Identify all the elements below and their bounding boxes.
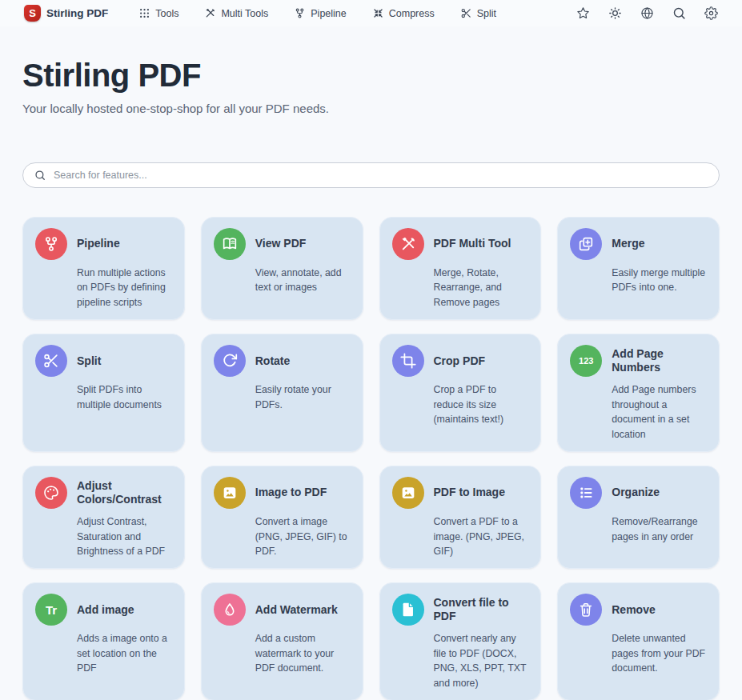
feature-card-title: Pipeline	[77, 237, 172, 251]
feature-card-title: PDF Multi Tool	[434, 237, 529, 251]
card-organize[interactable]: Organize Remove/Rearrange pages in any o…	[557, 466, 720, 569]
card-split[interactable]: Split Split PDFs into multiple documents	[22, 334, 185, 452]
feature-card-title: Split	[77, 354, 172, 369]
apps-grid-icon	[138, 7, 150, 19]
feature-card-description: Split PDFs into multiple documents	[77, 382, 172, 412]
nav-item-compress[interactable]: Compress	[372, 7, 435, 19]
feature-card-title: Remove	[612, 603, 707, 618]
feature-card-description: Easily merge multiple PDFs into one.	[612, 266, 707, 295]
feature-search-bar[interactable]	[22, 162, 720, 188]
text-tr-icon: Tr	[35, 594, 67, 626]
card-view-pdf[interactable]: View PDF View, annotate, add text or ima…	[201, 217, 363, 320]
favourites-star-icon[interactable]	[576, 6, 590, 20]
card-remove[interactable]: Remove Delete unwanted pages from your P…	[557, 582, 720, 700]
search-icon[interactable]	[672, 6, 686, 20]
scissors-icon	[460, 7, 472, 19]
feature-card-description: Convert a image (PNG, JPEG, GIF) to PDF.	[255, 514, 351, 558]
feature-card-description: Easily rotate your PDFs.	[255, 382, 351, 412]
crop-icon	[392, 345, 424, 377]
card-add-page-numbers[interactable]: 123 Add Page Numbers Add Page numbers th…	[557, 334, 720, 452]
hammer-wrench-icon	[392, 228, 424, 260]
nav-item-label: Compress	[389, 8, 435, 19]
pipeline-icon	[294, 7, 306, 19]
droplet-icon	[214, 594, 246, 626]
hammer-wrench-icon	[204, 7, 216, 19]
pipeline-icon	[35, 228, 67, 260]
nav-item-tools[interactable]: Tools	[138, 7, 178, 19]
feature-card-description: View, annotate, add text or images	[255, 266, 351, 295]
feature-card-description: Run multiple actions on PDFs by defining…	[77, 266, 172, 310]
feature-card-title: Crop PDF	[434, 354, 529, 369]
feature-card-description: Merge, Rotate, Rearrange, and Remove pag…	[434, 266, 529, 310]
file-icon	[392, 594, 424, 626]
nav-item-label: Tools	[155, 8, 178, 19]
card-pipeline[interactable]: Pipeline Run multiple actions on PDFs by…	[22, 217, 185, 320]
feature-card-description: Convert a PDF to a image. (PNG, JPEG, GI…	[434, 514, 529, 558]
brand-name: Stirling PDF	[46, 7, 108, 19]
card-add-watermark[interactable]: Add Watermark Add a custom watermark to …	[201, 582, 363, 700]
feature-search-input[interactable]	[54, 170, 708, 181]
rotate-icon	[214, 345, 246, 377]
feature-card-title: Image to PDF	[255, 486, 351, 500]
card-merge[interactable]: Merge Easily merge multiple PDFs into on…	[557, 217, 720, 320]
list-icon	[570, 477, 602, 509]
card-pdf-multi-tool[interactable]: PDF Multi Tool Merge, Rotate, Rearrange,…	[379, 217, 542, 320]
nav-item-label: Multi Tools	[221, 8, 268, 19]
feature-card-title: Adjust Colors/Contrast	[77, 479, 172, 507]
card-pdf-to-image[interactable]: PDF to Image Convert a PDF to a image. (…	[379, 466, 542, 569]
card-add-image[interactable]: Tr Add image Adds a image onto a set loc…	[22, 582, 185, 700]
feature-card-description: Adds a image onto a set location on the …	[77, 631, 172, 675]
theme-sun-icon[interactable]	[608, 6, 622, 20]
stirling-logo-icon: S	[24, 5, 41, 22]
language-globe-icon[interactable]	[640, 6, 654, 20]
nav-item-split[interactable]: Split	[460, 7, 496, 19]
feature-card-title: Convert file to PDF	[434, 596, 529, 624]
feature-card-title: View PDF	[255, 237, 351, 251]
numbers-123-icon: 123	[570, 345, 602, 377]
feature-card-title: Rotate	[255, 354, 351, 369]
feature-card-title: Merge	[612, 237, 707, 251]
settings-gear-icon[interactable]	[704, 6, 718, 20]
feature-card-description: Add Page numbers throughout a document i…	[612, 382, 707, 442]
feature-card-title: Add image	[77, 603, 172, 618]
page-subtitle: Your locally hosted one-stop-shop for al…	[22, 102, 720, 115]
image-icon	[392, 477, 424, 509]
feature-card-description: Convert nearly any file to PDF (DOCX, PN…	[434, 631, 529, 690]
card-image-to-pdf[interactable]: Image to PDF Convert a image (PNG, JPEG,…	[201, 466, 363, 569]
nav-item-multi-tools[interactable]: Multi Tools	[204, 7, 268, 19]
feature-card-description: Adjust Contrast, Saturation and Brightne…	[77, 514, 172, 558]
feature-card-description: Delete unwanted pages from your PDF docu…	[612, 631, 707, 675]
top-navbar: S Stirling PDF Tools Multi Tools Pipelin…	[0, 0, 742, 26]
nav-item-pipeline[interactable]: Pipeline	[294, 7, 346, 19]
book-open-icon	[214, 228, 246, 260]
feature-card-description: Add a custom watermark to your PDF docum…	[255, 631, 351, 675]
main-content: Stirling PDF Your locally hosted one-sto…	[0, 58, 742, 700]
nav-item-label: Split	[477, 8, 496, 19]
card-adjust-colors-contrast[interactable]: Adjust Colors/Contrast Adjust Contrast, …	[22, 466, 185, 569]
page-title: Stirling PDF	[22, 58, 720, 94]
image-icon	[214, 477, 246, 509]
card-convert-file-to-pdf[interactable]: Convert file to PDF Convert nearly any f…	[379, 582, 542, 700]
feature-card-title: Add Watermark	[255, 603, 351, 618]
feature-card-description: Crop a PDF to reduce its size (maintains…	[434, 382, 529, 426]
search-icon	[34, 170, 46, 181]
feature-card-description: Remove/Rearrange pages in any order	[612, 514, 707, 544]
feature-card-title: Add Page Numbers	[612, 347, 707, 375]
nav-menu: Tools Multi Tools Pipeline Compress Spli…	[138, 7, 496, 19]
feature-card-title: Organize	[612, 486, 707, 500]
brand-home-link[interactable]: S Stirling PDF	[24, 5, 108, 22]
card-crop-pdf[interactable]: Crop PDF Crop a PDF to reduce its size (…	[379, 334, 542, 452]
nav-item-label: Pipeline	[311, 8, 346, 19]
scissors-icon	[35, 345, 67, 377]
card-rotate[interactable]: Rotate Easily rotate your PDFs.	[201, 334, 363, 452]
trash-icon	[570, 594, 602, 626]
feature-card-title: PDF to Image	[434, 486, 529, 500]
nav-action-icons	[576, 6, 718, 20]
merge-icon	[570, 228, 602, 260]
feature-card-grid: Pipeline Run multiple actions on PDFs by…	[22, 217, 720, 700]
compress-icon	[372, 7, 384, 19]
palette-icon	[35, 477, 67, 509]
